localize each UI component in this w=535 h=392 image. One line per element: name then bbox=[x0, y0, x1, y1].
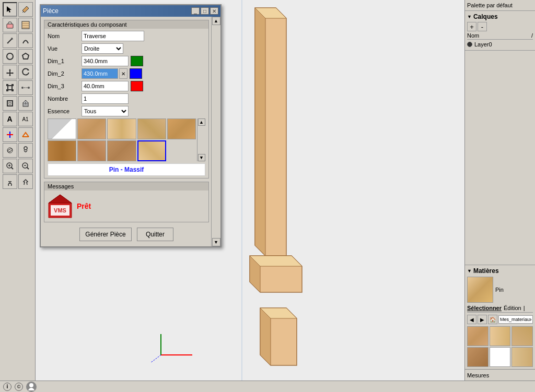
mat-swatch-1[interactable] bbox=[467, 326, 489, 346]
svg-rect-14 bbox=[11, 89, 14, 91]
mat-main-swatch[interactable] bbox=[467, 277, 493, 303]
quitter-btn[interactable]: Quitter bbox=[137, 228, 173, 241]
svg-rect-10 bbox=[8, 86, 12, 90]
orbit-btn[interactable] bbox=[3, 143, 17, 158]
rotate-tool-btn[interactable] bbox=[18, 65, 33, 79]
svg-marker-8 bbox=[22, 53, 29, 59]
svg-point-35 bbox=[8, 183, 11, 186]
dim3-color-btn[interactable] bbox=[131, 81, 143, 91]
dim2-color-btn[interactable] bbox=[130, 68, 142, 79]
dim1-input[interactable] bbox=[82, 56, 129, 66]
svg-text:VMS: VMS bbox=[54, 207, 66, 213]
minimize-btn[interactable]: _ bbox=[191, 7, 200, 15]
layer-item[interactable]: Layer0 bbox=[467, 41, 533, 48]
restore-btn[interactable]: □ bbox=[201, 7, 209, 15]
walk-btn[interactable] bbox=[18, 143, 33, 158]
nombre-row: Nombre bbox=[48, 93, 205, 104]
tape-tool-btn[interactable] bbox=[18, 80, 33, 95]
tab-select[interactable]: Sélectionner bbox=[467, 305, 502, 311]
dialog-titlebar: Pièce _ □ ✕ bbox=[41, 5, 220, 17]
tab-separator: | bbox=[524, 305, 525, 311]
mat-back-btn[interactable]: ◀ bbox=[467, 315, 476, 324]
vue-select[interactable]: Droite Gauche Face Dessus bbox=[82, 43, 123, 54]
add-layer-btn[interactable]: + bbox=[467, 22, 476, 31]
erase-tool-btn[interactable] bbox=[3, 18, 17, 32]
mat-folder-input[interactable] bbox=[498, 315, 533, 324]
layer-dot bbox=[467, 42, 472, 47]
generer-btn[interactable]: Générer Pièce bbox=[79, 228, 132, 241]
tex-swatch-1[interactable] bbox=[77, 118, 106, 139]
dim-tool-btn[interactable]: A1 bbox=[18, 112, 33, 126]
tex-swatch-7[interactable] bbox=[107, 140, 136, 161]
zoomout-btn[interactable] bbox=[18, 159, 33, 173]
mat-swatch-empty[interactable] bbox=[490, 347, 511, 367]
svg-marker-39 bbox=[255, 8, 265, 256]
person-btn[interactable] bbox=[18, 174, 33, 189]
messages-title: Messages bbox=[44, 182, 208, 191]
status-bar: i © bbox=[0, 381, 535, 392]
mat-swatch-2[interactable] bbox=[490, 326, 511, 346]
scroll-up-btn[interactable]: ▲ bbox=[212, 17, 220, 25]
zoom-btn[interactable] bbox=[3, 159, 17, 173]
tex-swatch-3[interactable] bbox=[137, 118, 166, 139]
user-btn[interactable] bbox=[26, 382, 37, 392]
tex-swatch-5[interactable] bbox=[48, 140, 76, 161]
info-btn[interactable]: i bbox=[3, 383, 11, 391]
dim2-clear-btn[interactable]: ✕ bbox=[119, 68, 127, 79]
mat-swatch-5[interactable] bbox=[511, 347, 533, 367]
text-tool-btn[interactable]: A bbox=[3, 112, 17, 126]
dialog-scrollbar[interactable]: ▲ ▼ bbox=[211, 17, 220, 246]
piece-dialog: Pièce _ □ ✕ ▲ ▼ bbox=[40, 4, 222, 247]
scale-tool-btn[interactable] bbox=[3, 80, 17, 95]
section-tool-btn[interactable] bbox=[18, 127, 33, 142]
swatches-scrollbar[interactable]: ▲ ▼ bbox=[197, 118, 205, 161]
swatch-scroll-up[interactable]: ▲ bbox=[198, 118, 205, 126]
svg-rect-13 bbox=[6, 89, 8, 91]
copyright-btn[interactable]: © bbox=[15, 383, 23, 391]
viewport[interactable]: Pièce _ □ ✕ ▲ ▼ bbox=[36, 0, 464, 381]
dim2-input[interactable] bbox=[82, 68, 118, 79]
tex-swatch-2[interactable] bbox=[107, 118, 136, 139]
nom-input[interactable] bbox=[82, 31, 144, 41]
tex-swatch-selected[interactable] bbox=[137, 140, 166, 161]
mat-swatch-3[interactable] bbox=[511, 326, 533, 346]
dim1-color-btn[interactable] bbox=[131, 56, 143, 66]
nombre-input[interactable] bbox=[82, 93, 129, 104]
close-btn[interactable]: ✕ bbox=[210, 7, 218, 15]
remove-layer-btn[interactable]: - bbox=[478, 22, 487, 31]
swatch-scroll-down[interactable]: ▼ bbox=[198, 154, 205, 161]
tex-swatch-4[interactable] bbox=[167, 118, 196, 139]
offset-tool-btn[interactable] bbox=[3, 96, 17, 111]
mat-home-btn[interactable]: 🏠 bbox=[488, 315, 497, 324]
svg-marker-52 bbox=[49, 195, 72, 203]
circle-tool-btn[interactable] bbox=[3, 49, 17, 64]
axes-tool-btn[interactable] bbox=[3, 127, 17, 142]
svg-line-49 bbox=[150, 355, 161, 363]
dim3-input[interactable] bbox=[82, 81, 129, 91]
mat-fwd-btn[interactable]: ▶ bbox=[478, 315, 487, 324]
select-tool-btn[interactable] bbox=[3, 2, 17, 17]
texture-tool-btn[interactable] bbox=[18, 18, 33, 32]
nom-label: Nom bbox=[48, 33, 82, 39]
polygon-tool-btn[interactable] bbox=[18, 49, 33, 64]
paint-tool-btn[interactable] bbox=[18, 2, 33, 17]
layers-col-nom: Nom bbox=[467, 32, 531, 39]
tex-swatch-6[interactable] bbox=[77, 140, 106, 161]
dim1-label: Dim_1 bbox=[48, 58, 82, 64]
mat-swatch-4[interactable] bbox=[467, 347, 489, 367]
tex-swatch-empty[interactable] bbox=[48, 118, 76, 139]
svg-point-27 bbox=[24, 147, 27, 150]
svg-line-29 bbox=[11, 168, 13, 170]
move-tool-btn[interactable] bbox=[3, 65, 17, 79]
tab-edit[interactable]: Édition bbox=[504, 305, 521, 311]
section-title: Caractéristiques du composant bbox=[44, 20, 208, 29]
essence-select[interactable]: Tous Pin Chêne Hêtre bbox=[82, 106, 129, 116]
scroll-down-btn[interactable]: ▼ bbox=[212, 238, 220, 246]
pushpull-tool-btn[interactable] bbox=[18, 96, 33, 111]
nombre-label: Nombre bbox=[48, 96, 82, 102]
dim1-row: Dim_1 bbox=[48, 56, 205, 66]
component-btn[interactable] bbox=[3, 174, 17, 189]
pencil-tool-btn[interactable] bbox=[3, 33, 17, 48]
materials-title: Matières bbox=[473, 267, 499, 275]
arc-tool-btn[interactable] bbox=[18, 33, 33, 48]
